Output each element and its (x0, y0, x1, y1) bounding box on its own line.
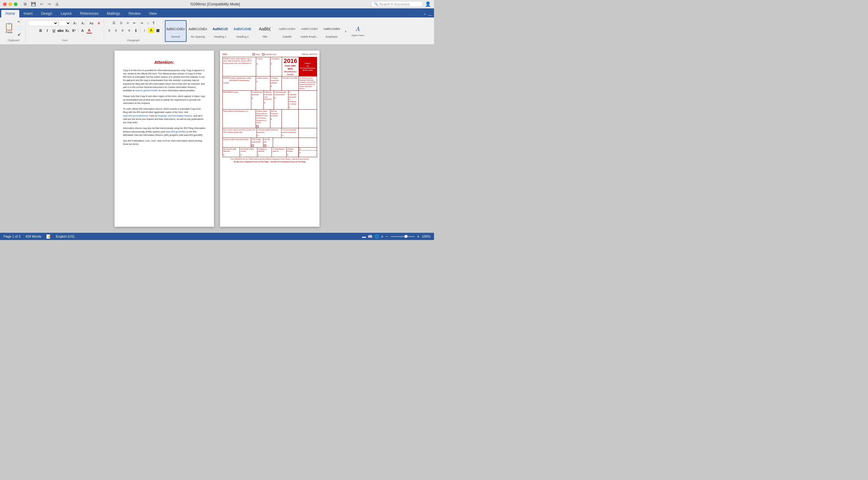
numbering-button[interactable]: ① (118, 20, 124, 26)
bullets-button[interactable]: ☰ (111, 20, 117, 26)
styles-pane-button[interactable]: 𝐴 Styles Pane (349, 20, 367, 42)
ribbon-options-icon[interactable]: — (428, 13, 432, 18)
zoom-slider[interactable] (391, 236, 415, 237)
print-layout-icon[interactable]: ▬ (362, 234, 366, 239)
borders-button[interactable]: ▦ (155, 28, 161, 33)
strikethrough-button[interactable]: abc (58, 28, 64, 33)
style-heading2[interactable]: AaBbCcDdE Heading 2 (232, 20, 253, 42)
shrink-font-button[interactable]: A↓ (80, 21, 87, 26)
grow-font-button[interactable]: A↑ (71, 21, 79, 26)
tab-design[interactable]: Design (37, 10, 56, 18)
outline-icon[interactable]: ≡ (381, 234, 383, 239)
undo-icon[interactable]: ↩ (40, 2, 43, 6)
ribbon-collapse-icon[interactable]: ⌃ (423, 13, 427, 18)
omb-number: OMB No. 1545-0115 (302, 53, 317, 56)
align-right-button[interactable]: ≡ (120, 28, 126, 33)
style-subtle-emph[interactable]: AaBbCcDdEe Subtle Emph... (299, 20, 320, 42)
format-painter-button[interactable]: 🖌 (16, 32, 24, 37)
search-box[interactable]: 🔍 Search in Document (371, 1, 423, 7)
multilevel-list-button[interactable]: ≡ (125, 20, 130, 26)
tab-layout[interactable]: Layout (56, 10, 76, 18)
gross-proceeds-label: 14 Gross proceeds paid to an attorney (282, 129, 296, 133)
web-layout-icon[interactable]: 🌐 (374, 234, 379, 239)
paste-button[interactable]: 📋 Paste (4, 22, 14, 35)
text-color-button[interactable]: A (86, 28, 92, 33)
print-icon[interactable]: 🖨 (55, 2, 59, 6)
tab-view[interactable]: View (145, 10, 161, 18)
tab-home[interactable]: Home (1, 10, 19, 18)
line-spacing-button[interactable]: ↕ (142, 28, 148, 33)
direct-sales-checkbox[interactable] (256, 125, 258, 127)
sort-button[interactable]: ↕ (145, 20, 151, 26)
font-selector[interactable]: Arial (28, 20, 58, 26)
tab-review[interactable]: Review (124, 10, 145, 18)
rents-label: 1 Rents (257, 58, 262, 60)
font-size-selector[interactable]: 16 (59, 20, 71, 26)
bold-button[interactable]: B (38, 28, 44, 33)
rents-cell: 1 Rents $ (256, 57, 270, 76)
style-emphasis-preview: AaBbCcDdEe (323, 24, 340, 35)
show-formatting-button[interactable]: ¶ (151, 20, 156, 26)
paragraph-group: ☰ ① ≡ ⇤ ⇥ ↕ ¶ ≡ ≡ ≡ ≡ ⫿ ↕ A ▦ Paragraph (104, 19, 163, 43)
superscript-button[interactable]: X² (71, 28, 77, 33)
change-case-button[interactable]: Aa (88, 21, 95, 26)
proofing-icon[interactable]: 📝 (46, 234, 51, 239)
copy-button[interactable]: 📄 (16, 25, 24, 31)
justify-button[interactable]: ≡ (126, 28, 132, 33)
style-emphasis[interactable]: AaBbCcDdEe Emphasis (321, 20, 343, 42)
zoom-in-icon[interactable]: + (417, 234, 420, 239)
fatca-cell: FATCA filing requirement (251, 138, 264, 147)
styles-scroll-right[interactable]: › (343, 28, 348, 34)
style-heading2-preview: AaBbCcDdE (234, 24, 251, 35)
increase-indent-button[interactable]: ⇥ (138, 20, 145, 26)
copy-for-label: For (300, 65, 316, 67)
style-title-label: Title (262, 35, 267, 38)
tab-references[interactable]: References (76, 10, 102, 18)
save-icon[interactable]: 💾 (31, 2, 36, 6)
document-page-1[interactable]: Attention: Copy A of this form is provid… (115, 50, 214, 227)
style-heading1[interactable]: AaBbCcD Heading 1 (210, 20, 231, 42)
void-box (253, 53, 255, 56)
tab-insert[interactable]: Insert (19, 10, 37, 18)
subscript-button[interactable]: X₂ (64, 28, 70, 33)
minimize-button[interactable] (8, 2, 12, 6)
style-no-spacing[interactable]: AaBbCcDdEe No Spacing (187, 20, 209, 42)
columns-button[interactable]: ⫿ (133, 28, 139, 33)
form-row-7: 15a Section 409A deferrals $ 15b Section… (223, 147, 317, 157)
paragraph-label: Paragraph (127, 39, 140, 42)
document-page-2[interactable]: 9595 VOID CORRECTED OMB No. 1545-0115 (220, 50, 319, 227)
shading-button[interactable]: A (148, 28, 154, 33)
italic-button[interactable]: I (44, 28, 50, 33)
align-left-button[interactable]: ≡ (106, 28, 113, 33)
other-income-label: 3 Other income (256, 77, 268, 79)
decrease-indent-button[interactable]: ⇤ (131, 20, 138, 26)
excess-golden-cell: 13 Excess golden parachute payments $ (257, 128, 282, 138)
fatca-checkbox[interactable] (252, 144, 254, 147)
document-area[interactable]: Attention: Copy A of this form is provid… (0, 44, 434, 233)
user-icon[interactable]: 👤 (425, 1, 431, 7)
text-highlight-button[interactable]: A (80, 28, 86, 33)
style-subtitle[interactable]: AaBbCcDdEe Subtitle (276, 20, 298, 42)
maximize-button[interactable] (14, 2, 18, 6)
close-button[interactable] (3, 2, 7, 6)
form-name: Form 1099-MISC (283, 64, 298, 70)
corrected-checkbox[interactable]: CORRECTED (262, 53, 276, 56)
2nd-tin-checkbox[interactable] (264, 144, 266, 147)
style-normal[interactable]: AaBbCcDdEe Normal (165, 20, 187, 42)
2nd-tin-label: 2nd TIN not. (264, 139, 270, 143)
align-center-button[interactable]: ≡ (113, 28, 119, 33)
void-checkbox[interactable]: VOID (253, 53, 260, 56)
cut-button[interactable]: ✂ (16, 19, 24, 25)
tab-mailings[interactable]: Mailings (103, 10, 124, 18)
clear-format-button[interactable]: A (96, 21, 101, 26)
paragraph-3: To order official IRS information return… (123, 107, 206, 124)
underline-button[interactable]: U (51, 28, 57, 33)
view-icons: ▬ 📖 🌐 ≡ (362, 234, 383, 239)
zoom-out-icon[interactable]: − (385, 234, 388, 239)
read-mode-icon[interactable]: 📖 (368, 234, 373, 239)
style-title[interactable]: AaBb( Title (254, 20, 276, 42)
paragraph-2: Please note that Copy B and other copies… (123, 95, 206, 105)
redo-icon[interactable]: ↪ (48, 2, 51, 6)
royalties-dollar: $ (271, 63, 281, 65)
page-indicator: Page 1 of 2 (4, 235, 21, 238)
